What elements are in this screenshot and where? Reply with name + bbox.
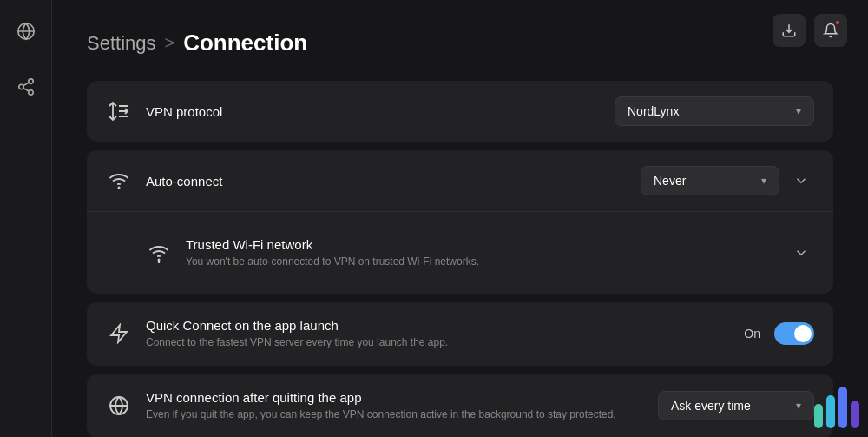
- quick-connect-control: On: [744, 322, 814, 345]
- vpn-after-quit-title: VPN connection after quitting the app: [146, 390, 644, 405]
- vpn-protocol-row: VPN protocol NordLynx ▾: [87, 81, 833, 142]
- globe2-icon: [106, 393, 132, 419]
- trusted-wifi-title: Trusted Wi-Fi network: [186, 237, 774, 252]
- auto-connect-control: Never ▾: [641, 166, 814, 195]
- vpn-after-quit-dropdown[interactable]: Ask every time ▾: [658, 391, 814, 420]
- header-actions: [773, 14, 847, 47]
- globe-icon[interactable]: [10, 16, 42, 47]
- trusted-wifi-expand-button[interactable]: [788, 240, 814, 266]
- vpn-protocol-title: VPN protocol: [146, 104, 601, 119]
- vpn-protocol-info: VPN protocol: [146, 104, 601, 119]
- auto-connect-value: Never: [654, 174, 753, 188]
- nord-bar-1: [814, 404, 823, 428]
- auto-connect-row: Auto-connect Never ▾: [87, 150, 833, 211]
- nord-bar-3: [838, 387, 847, 428]
- quick-connect-info: Quick Connect on the app launch Connect …: [146, 318, 730, 350]
- nord-logo: [814, 387, 859, 428]
- breadcrumb-separator: >: [165, 33, 175, 53]
- breadcrumb: Settings > Connection: [87, 30, 833, 56]
- vpn-protocol-value: NordLynx: [628, 104, 787, 118]
- quick-connect-toggle[interactable]: [774, 322, 814, 345]
- vpn-protocol-card: VPN protocol NordLynx ▾: [87, 81, 833, 142]
- vpn-after-quit-card: VPN connection after quitting the app Ev…: [87, 374, 833, 437]
- breadcrumb-settings[interactable]: Settings: [87, 32, 156, 55]
- trusted-wifi-desc: You won't be auto-connected to VPN on tr…: [186, 255, 774, 269]
- wifi-icon: [146, 240, 172, 266]
- breadcrumb-current: Connection: [183, 30, 307, 56]
- vpn-after-quit-value: Ask every time: [671, 399, 787, 413]
- vpn-protocol-control: NordLynx ▾: [615, 96, 814, 126]
- download-button[interactable]: [773, 14, 806, 47]
- chevron-down-icon: ▾: [761, 175, 766, 187]
- trusted-wifi-info: Trusted Wi-Fi network You won't be auto-…: [186, 237, 774, 269]
- auto-connect-dropdown[interactable]: Never ▾: [641, 166, 779, 195]
- chevron-down-icon: ▾: [796, 105, 801, 117]
- svg-point-2: [18, 84, 23, 89]
- nord-bar-2: [826, 395, 835, 428]
- trusted-wifi-inner: Trusted Wi-Fi network You won't be auto-…: [146, 226, 814, 280]
- auto-connect-icon: [106, 168, 132, 194]
- vpn-after-quit-row: VPN connection after quitting the app Ev…: [87, 374, 833, 437]
- chevron-down-icon: ▾: [796, 400, 801, 412]
- svg-point-3: [28, 90, 33, 96]
- sidebar: [0, 0, 52, 437]
- quick-connect-row: Quick Connect on the app launch Connect …: [87, 302, 833, 366]
- trusted-wifi-row: Trusted Wi-Fi network You won't be auto-…: [87, 211, 833, 294]
- vpn-after-quit-desc: Even if you quit the app, you can keep t…: [146, 407, 644, 422]
- auto-connect-card: Auto-connect Never ▾: [87, 150, 833, 294]
- nord-bar-4: [851, 401, 859, 428]
- auto-connect-info: Auto-connect: [146, 174, 627, 189]
- svg-marker-8: [111, 325, 127, 342]
- auto-connect-title: Auto-connect: [146, 174, 627, 189]
- main-content: Settings > Connection VPN protocol NordL…: [52, 0, 868, 437]
- quick-connect-card: Quick Connect on the app launch Connect …: [87, 302, 833, 366]
- auto-connect-expand-button[interactable]: [788, 168, 814, 194]
- svg-point-1: [28, 79, 33, 84]
- vpn-after-quit-info: VPN connection after quitting the app Ev…: [146, 390, 644, 422]
- bolt-icon: [106, 321, 132, 347]
- notification-button[interactable]: [814, 14, 847, 47]
- vpn-protocol-icon: [106, 98, 132, 124]
- share-icon[interactable]: [10, 71, 42, 103]
- notification-dot: [834, 19, 841, 26]
- quick-connect-title: Quick Connect on the app launch: [146, 318, 730, 333]
- vpn-after-quit-control: Ask every time ▾: [658, 391, 814, 420]
- quick-connect-toggle-label: On: [744, 327, 760, 341]
- vpn-protocol-dropdown[interactable]: NordLynx ▾: [615, 96, 814, 126]
- quick-connect-desc: Connect to the fastest VPN server every …: [146, 335, 730, 350]
